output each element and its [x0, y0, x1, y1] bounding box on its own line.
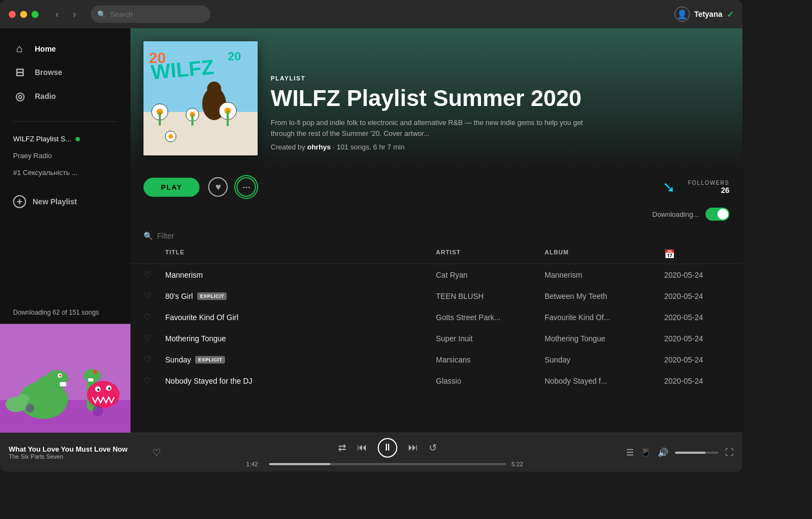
back-button[interactable]: ‹: [49, 7, 65, 22]
svg-text:20: 20: [149, 49, 166, 66]
filter-bar: 🔍: [130, 227, 742, 245]
track-like-4[interactable]: ♡: [143, 354, 165, 365]
track-album-4: Sunday: [545, 355, 664, 364]
user-icon: 👤: [674, 7, 690, 22]
sidebar-item-browse[interactable]: ⊟ Browse: [0, 60, 130, 84]
explicit-badge: EXPLICIT: [197, 292, 227, 300]
svg-rect-6: [60, 382, 66, 386]
checkmark-icon: ✓: [727, 9, 734, 20]
playlist-desc: From lo-fi pop and indie folk to electro…: [271, 117, 586, 139]
svg-point-19: [108, 387, 110, 390]
shuffle-button[interactable]: ⇄: [338, 442, 346, 454]
volume-button[interactable]: 🔊: [658, 447, 669, 458]
track-artist-1: TEEN BLUSH: [436, 292, 545, 301]
track-title-5: Nobody Stayed for the DJ: [165, 377, 252, 385]
close-button[interactable]: [9, 11, 16, 18]
svg-point-20: [26, 404, 34, 412]
playlist-cover: WILFZ 20 20: [143, 41, 258, 155]
track-artist-5: Glassio: [436, 377, 545, 385]
playlist-meta: Created by ohrhys · 101 songs, 6 hr 7 mi…: [271, 143, 729, 151]
track-like-1[interactable]: ♡: [143, 291, 165, 301]
track-row[interactable]: ♡ Mannerism Cat Ryan Mannerism 2020-05-2…: [130, 264, 742, 285]
track-row[interactable]: ♡ Sunday EXPLICIT Marsicans Sunday 2020-…: [130, 349, 742, 370]
track-album-2: Favourite Kind Of...: [545, 313, 664, 322]
track-like-5[interactable]: ♡: [143, 376, 165, 386]
progress-fill: [269, 463, 330, 465]
svg-rect-32: [191, 115, 193, 126]
controls-bar: PLAY ♥ ··· ➘ FOLLOWERS 26: [130, 168, 742, 205]
track-artist-3: Super Inuit: [436, 334, 545, 343]
explicit-badge: EXPLICIT: [195, 356, 225, 364]
track-date-0: 2020-05-24: [664, 271, 729, 279]
content-area: WILFZ 20 20 PLAYLIST WILFZ Playl: [130, 28, 742, 433]
filter-input[interactable]: [157, 232, 252, 240]
user-area: 👤 Tetyana ✓: [674, 7, 734, 22]
track-like-2[interactable]: ♡: [143, 312, 165, 322]
next-button[interactable]: ⏭: [408, 442, 418, 453]
track-like-0[interactable]: ♡: [143, 270, 165, 280]
track-row[interactable]: ♡ Mothering Tongue Super Inuit Mothering…: [130, 328, 742, 349]
sidebar-nav: ⌂ Home ⊟ Browse ◎ Radio: [0, 28, 130, 117]
track-like-3[interactable]: ♡: [143, 333, 165, 343]
track-artist-0: Cat Ryan: [436, 271, 545, 279]
now-playing-title: What You Love You Must Love Now: [9, 445, 146, 453]
maximize-button[interactable]: [32, 11, 39, 18]
now-playing: What You Love You Must Love Now The Six …: [9, 445, 161, 460]
sidebar-radio-label: Radio: [35, 92, 56, 101]
track-list: ♡ Mannerism Cat Ryan Mannerism 2020-05-2…: [130, 264, 742, 391]
track-date-5: 2020-05-24: [664, 377, 729, 385]
track-date-1: 2020-05-24: [664, 292, 729, 301]
forward-button[interactable]: ›: [67, 7, 82, 22]
title-bar: ‹ › 🔍 👤 Tetyana ✓: [0, 0, 742, 28]
prev-button[interactable]: ⏮: [357, 442, 367, 453]
radio-icon: ◎: [13, 90, 26, 103]
like-button[interactable]: ♥: [208, 177, 228, 197]
more-options-button[interactable]: ···: [236, 177, 256, 197]
download-status: Downloading 62 of 151 songs: [0, 301, 130, 324]
track-row[interactable]: ♡ 80's Girl EXPLICIT TEEN BLUSH Between …: [130, 285, 742, 307]
svg-rect-35: [227, 111, 229, 126]
track-title-cell-0: Mannerism: [165, 271, 436, 279]
volume-bar[interactable]: [675, 452, 719, 454]
praey-label: Praey Radio: [13, 152, 52, 160]
track-row[interactable]: ♡ Nobody Stayed for the DJ Glassio Nobod…: [130, 370, 742, 391]
track-date-3: 2020-05-24: [664, 334, 729, 343]
minimize-button[interactable]: [20, 11, 27, 18]
track-artist-4: Marsicans: [436, 355, 545, 364]
arrow-indicator: ➘: [663, 178, 675, 196]
creator-link[interactable]: ohrhys: [307, 143, 330, 151]
sidebar-item-sexy[interactable]: #1 Сексуальність ...: [0, 164, 130, 181]
toggle-knob: [717, 209, 728, 220]
sidebar-item-praey[interactable]: Praey Radio: [0, 147, 130, 164]
play-button[interactable]: PLAY: [143, 178, 199, 197]
playlist-info: PLAYLIST WILFZ Playlist Summer 2020 From…: [271, 41, 729, 155]
playlist-type-label: PLAYLIST: [271, 75, 729, 82]
home-icon: ⌂: [13, 42, 26, 55]
new-playlist-button[interactable]: + New Playlist: [0, 190, 130, 214]
now-playing-like[interactable]: ♡: [152, 447, 161, 459]
progress-bar-wrap: 1:42 5:22: [246, 461, 529, 467]
followers-area: FOLLOWERS 26: [688, 180, 729, 195]
header-date: 📅: [664, 249, 729, 259]
svg-point-15: [87, 381, 120, 408]
search-input[interactable]: [110, 10, 186, 18]
traffic-lights: [9, 11, 39, 18]
queue-button[interactable]: ☰: [626, 447, 634, 458]
sidebar-item-radio[interactable]: ◎ Radio: [0, 84, 130, 108]
repeat-button[interactable]: ↺: [429, 442, 437, 454]
devices-button[interactable]: 📱: [640, 447, 651, 458]
sidebar-divider: [13, 121, 117, 122]
progress-track[interactable]: [269, 463, 506, 465]
header-title: TITLE: [165, 249, 436, 259]
now-playing-artist: The Six Parts Seven: [9, 453, 146, 460]
track-album-1: Between My Teeth: [545, 292, 664, 301]
sidebar-item-wilfz[interactable]: WILFZ Playlist S...: [0, 130, 130, 147]
play-pause-button[interactable]: ⏸: [378, 438, 397, 458]
sidebar-browse-label: Browse: [35, 68, 63, 77]
download-toggle[interactable]: [705, 208, 729, 221]
sidebar-item-home[interactable]: ⌂ Home: [0, 37, 130, 60]
track-row[interactable]: ♡ Favourite Kind Of Girl Gotts Street Pa…: [130, 307, 742, 328]
sidebar: ⌂ Home ⊟ Browse ◎ Radio WILFZ Playlist S…: [0, 28, 130, 433]
fullscreen-button[interactable]: ⛶: [725, 448, 734, 458]
now-playing-info: What You Love You Must Love Now The Six …: [9, 445, 146, 460]
